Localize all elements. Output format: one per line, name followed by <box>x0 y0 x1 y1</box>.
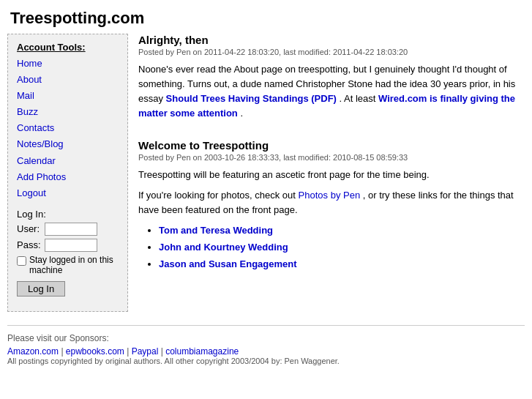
sponsor-amazon[interactable]: Amazon.com <box>7 346 59 357</box>
login-section: Log In: User: Pass: Stay logged in on th… <box>17 209 119 297</box>
username-input[interactable] <box>45 223 97 236</box>
sponsor-columbia[interactable]: columbiamagazine <box>165 346 239 357</box>
password-input[interactable] <box>45 239 97 252</box>
sidebar-nav: Home About Mail Buzz Contacts Notes/Blog… <box>17 56 119 201</box>
user-label: User: <box>17 223 45 234</box>
sidebar-item-mail[interactable]: Mail <box>17 88 119 104</box>
stay-logged-label: Stay logged in on this machine <box>29 255 119 275</box>
login-button[interactable]: Log In <box>17 281 65 297</box>
post1-text2: . At least <box>340 93 376 104</box>
sidebar: Account Tools: Home About Mail Buzz Cont… <box>7 34 128 312</box>
site-title: Treespotting.com <box>0 0 532 34</box>
sidebar-item-contacts[interactable]: Contacts <box>17 120 119 136</box>
sidebar-item-home[interactable]: Home <box>17 56 119 72</box>
link-john-kourtney-wedding[interactable]: John and Kourtney Wedding <box>159 242 288 253</box>
content-area: Alrighty, then Posted by Pen on 2011-04-… <box>135 34 525 312</box>
post2-intro: Treespotting will be featuring an asceti… <box>138 168 522 182</box>
sponsor-epwbooks[interactable]: epwbooks.com <box>66 346 124 357</box>
list-item: Jason and Susan Engagement <box>159 257 522 272</box>
sidebar-item-about[interactable]: About <box>17 72 119 88</box>
list-item: John and Kourtney Wedding <box>159 240 522 255</box>
sidebar-item-calendar[interactable]: Calendar <box>17 153 119 169</box>
sidebar-item-addphotos[interactable]: Add Photos <box>17 169 119 185</box>
stay-logged-checkbox[interactable] <box>17 256 26 266</box>
footer-copyright: All postings copyrighted by original aut… <box>7 357 525 365</box>
post-meta-alrighty: Posted by Pen on 2011-04-22 18:03:20, la… <box>138 48 522 56</box>
post-body-welcome: Treespotting will be featuring an asceti… <box>138 168 522 272</box>
post-title-alrighty: Alrighty, then <box>138 34 522 46</box>
sponsor-paypal[interactable]: Paypal <box>132 346 159 357</box>
sidebar-item-buzz[interactable]: Buzz <box>17 104 119 120</box>
post-body-alrighty: Noone's ever read the About page on tree… <box>138 62 522 122</box>
sidebar-item-logout[interactable]: Logout <box>17 185 119 201</box>
footer-sponsors-label: Please visit our Sponsors: <box>7 333 525 343</box>
list-item: Tom and Teresa Wedding <box>159 223 522 238</box>
footer: Please visit our Sponsors: Amazon.com | … <box>7 325 525 371</box>
pass-label: Pass: <box>17 239 45 250</box>
front-links-list: Tom and Teresa Wedding John and Kourtney… <box>159 223 522 272</box>
login-label: Log In: <box>17 209 119 220</box>
post-title-welcome: Welcome to Treespotting <box>138 139 522 152</box>
sidebar-item-notesblog[interactable]: Notes/Blog <box>17 136 119 152</box>
account-tools-label: Account Tools: <box>17 42 119 53</box>
post-welcome: Welcome to Treespotting Posted by Pen on… <box>138 139 522 272</box>
post2-photos-link[interactable]: Photos by Pen <box>299 190 361 201</box>
post-alrighty: Alrighty, then Posted by Pen on 2011-04-… <box>138 34 522 122</box>
link-jason-susan-engagement[interactable]: Jason and Susan Engagement <box>159 258 297 269</box>
link-tom-teresa-wedding[interactable]: Tom and Teresa Wedding <box>159 225 273 236</box>
post1-link1[interactable]: Should Trees Having Standings (PDF) <box>166 93 337 104</box>
footer-links: Amazon.com | epwbooks.com | Paypal | col… <box>7 346 525 357</box>
post-meta-welcome: Posted by Pen on 2003-10-26 18:33:33, la… <box>138 153 522 162</box>
post2-photos-prefix: If you're looking for photos, check out <box>138 190 296 201</box>
post1-text3: . <box>240 108 243 119</box>
